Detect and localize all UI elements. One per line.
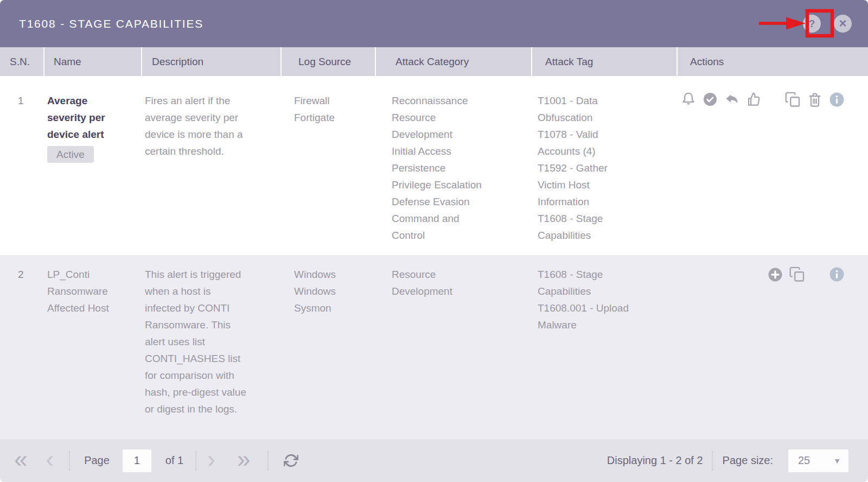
first-page-icon[interactable]: «: [14, 447, 27, 471]
attack-category-cell: Resource Development: [375, 255, 531, 439]
row-number: 2: [0, 255, 43, 439]
thumbs-up-icon[interactable]: [745, 91, 762, 107]
copy-icon[interactable]: [789, 266, 806, 283]
attack-tag-item: T1592 - Gather Victim Host Information: [538, 160, 638, 210]
attack-category-item: Reconnaissance: [392, 92, 489, 109]
alert-name-cell: LP_Conti Ransomware Affected Host: [43, 255, 141, 439]
attack-category-item: Command and Control: [392, 210, 489, 244]
alert-name: LP_Conti Ransomware Affected Host: [47, 266, 129, 316]
modal-titlebar: T1608 - STAGE CAPABILITIES ? ×: [0, 0, 868, 47]
page-of-label: of 1: [165, 454, 183, 467]
attack-tag-item: T1001 - Data Obfuscation: [538, 92, 638, 126]
action-icon-group: [828, 266, 845, 283]
last-page-icon[interactable]: »: [237, 447, 250, 471]
log-source-cell: Windows Windows Sysmon: [280, 255, 375, 439]
attack-tag-item: T1608 - Stage Capabilities: [538, 266, 638, 300]
column-header-description: Description: [141, 47, 280, 76]
page-size-select[interactable]: 25 ▼: [788, 449, 848, 472]
attack-tag-item: T1608.001 - Upload Malware: [538, 300, 638, 333]
column-header-log-source: Log Source: [280, 47, 375, 76]
action-icon-group: [784, 91, 845, 108]
divider: [195, 451, 196, 471]
status-badge: Active: [47, 146, 94, 163]
attack-category-item: Initial Access: [392, 143, 489, 160]
info-icon[interactable]: [828, 266, 845, 283]
page-number-input[interactable]: [123, 449, 151, 472]
attack-tag-item: T1078 - Valid Accounts (4): [538, 126, 638, 160]
column-header-attack-category: Attack Category: [375, 47, 531, 76]
refresh-icon[interactable]: [284, 453, 298, 468]
divider: [267, 451, 269, 471]
alert-description-cell: This alert is triggered when a host is i…: [141, 255, 280, 439]
attack-category-cell: Reconnaissance Resource Development Init…: [375, 77, 531, 255]
reply-icon[interactable]: [724, 91, 740, 107]
column-header-name: Name: [43, 47, 141, 76]
stage-capabilities-modal: T1608 - STAGE CAPABILITIES ? × S.N. Name…: [0, 0, 868, 482]
attack-category-item: Resource Development: [392, 266, 489, 300]
divider: [69, 451, 70, 471]
chevron-down-icon: ▼: [833, 456, 841, 465]
attack-category-item: Defense Evasion: [392, 193, 489, 210]
attack-tag-item: T1608 - Stage Capabilities: [538, 210, 638, 244]
actions-cell: [676, 77, 868, 255]
alert-name-cell: Average severity per device alert Active: [43, 77, 141, 255]
table-row: 2 LP_Conti Ransomware Affected Host This…: [0, 255, 868, 439]
bell-icon[interactable]: [680, 91, 697, 107]
check-circle-icon[interactable]: [702, 91, 718, 107]
next-page-icon[interactable]: ›: [207, 447, 215, 471]
copy-icon[interactable]: [784, 91, 801, 108]
table-header-row: S.N. Name Description Log Source Attack …: [0, 47, 868, 77]
column-header-attack-tag: Attack Tag: [531, 47, 676, 76]
trash-icon[interactable]: [807, 92, 823, 108]
attack-category-item: Persistence: [392, 160, 489, 176]
log-source-item: Firewall Fortigate: [294, 92, 365, 126]
displaying-count: Displaying 1 - 2 of 2: [607, 454, 703, 467]
page-size-value: 25: [798, 454, 810, 467]
close-icon[interactable]: ×: [834, 15, 852, 33]
alert-description-cell: Fires an alert if the average severity p…: [141, 77, 280, 255]
modal-title: T1608 - STAGE CAPABILITIES: [19, 17, 203, 30]
prev-page-icon[interactable]: ‹: [46, 447, 54, 471]
info-icon[interactable]: [828, 91, 845, 108]
log-source-item: Windows: [294, 266, 365, 283]
page-label: Page: [84, 454, 110, 467]
column-header-sn: S.N.: [0, 47, 43, 76]
attack-tag-cell: T1608 - Stage Capabilities T1608.001 - U…: [531, 255, 676, 439]
alert-name: Average severity per device alert: [47, 95, 105, 140]
attack-tag-cell: T1001 - Data Obfuscation T1078 - Valid A…: [531, 77, 676, 255]
log-source-item: Windows Sysmon: [294, 283, 365, 316]
table-row: 1 Average severity per device alert Acti…: [0, 77, 868, 255]
action-icon-group: [767, 266, 806, 283]
actions-cell: [676, 255, 868, 439]
attack-category-item: Resource Development: [392, 109, 489, 143]
help-icon[interactable]: ?: [803, 15, 821, 33]
divider: [712, 451, 713, 471]
row-number: 1: [0, 77, 43, 255]
column-header-actions: Actions: [676, 47, 868, 76]
page-size-label: Page size:: [723, 454, 773, 467]
attack-category-item: Privilege Escalation: [392, 176, 489, 193]
action-icon-group: [680, 91, 762, 107]
plus-circle-icon[interactable]: [767, 267, 783, 283]
pagination-bar: « ‹ Page of 1 › » Displaying 1 - 2 of 2 …: [0, 439, 868, 482]
log-source-cell: Firewall Fortigate: [280, 77, 375, 255]
